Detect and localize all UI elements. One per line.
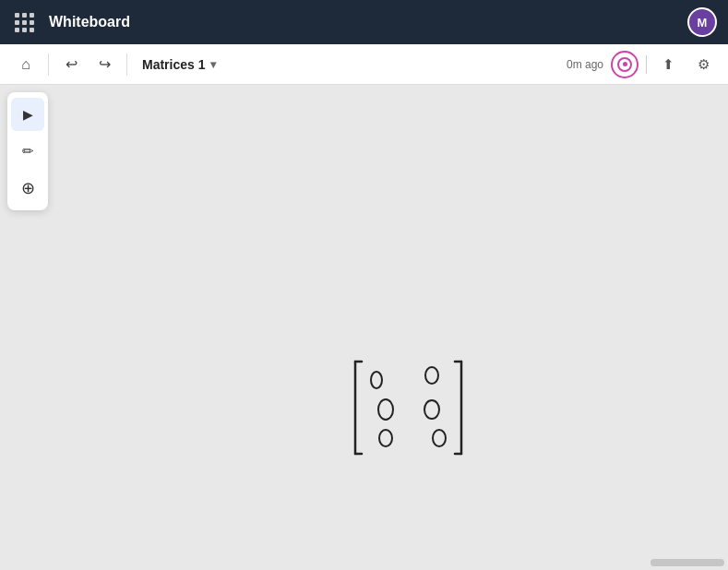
pen-tool-button[interactable]: ✏ <box>11 135 44 168</box>
svg-point-4 <box>379 430 392 446</box>
divider-2 <box>126 53 127 76</box>
canvas-area[interactable] <box>0 85 728 570</box>
share-button[interactable]: ⬆ <box>654 51 682 78</box>
left-tool-panel: ▶ ✏ ⊕ <box>7 92 48 210</box>
add-tool-icon: ⊕ <box>21 178 35 198</box>
svg-point-3 <box>424 400 439 419</box>
divider-3 <box>646 55 647 74</box>
share-icon: ⬆ <box>662 56 674 73</box>
pen-tool-icon: ✏ <box>22 143 34 160</box>
add-tool-button[interactable]: ⊕ <box>11 172 44 205</box>
redo-icon: ↪ <box>99 55 111 73</box>
svg-point-1 <box>425 367 438 384</box>
home-button[interactable]: ⌂ <box>11 50 41 79</box>
toolbar-right-section: 0m ago ⬆ ⚙ <box>567 51 717 78</box>
svg-point-5 <box>433 430 446 446</box>
redo-button[interactable]: ↪ <box>90 50 119 79</box>
secondary-toolbar: ⌂ ↩ ↪ Matrices 1 ▾ 0m ago ⬆ ⚙ <box>0 44 728 85</box>
collab-center-dot <box>623 62 627 66</box>
collab-inner-ring <box>617 57 632 72</box>
home-icon: ⌂ <box>21 56 30 73</box>
doc-title-button[interactable]: Matrices 1 ▾ <box>135 53 223 76</box>
select-tool-icon: ▶ <box>23 107 33 122</box>
settings-icon: ⚙ <box>698 56 710 73</box>
whiteboard-drawing <box>0 85 728 570</box>
collaboration-icon[interactable] <box>611 51 638 78</box>
top-navigation-bar: Whiteboard M <box>0 0 728 44</box>
avatar[interactable]: M <box>687 7 717 37</box>
timestamp-label: 0m ago <box>567 58 603 71</box>
divider-1 <box>48 53 49 76</box>
svg-point-0 <box>371 372 382 388</box>
undo-button[interactable]: ↩ <box>56 50 86 79</box>
chevron-down-icon: ▾ <box>210 58 216 71</box>
grid-icon <box>15 13 34 32</box>
scrollbar-hint[interactable] <box>650 559 724 566</box>
undo-icon: ↩ <box>66 55 78 73</box>
svg-point-2 <box>378 399 393 420</box>
app-title: Whiteboard <box>49 14 676 30</box>
settings-button[interactable]: ⚙ <box>689 51 717 78</box>
select-tool-button[interactable]: ▶ <box>11 98 44 131</box>
doc-title-text: Matrices 1 <box>142 57 205 72</box>
app-grid-button[interactable] <box>11 9 38 36</box>
